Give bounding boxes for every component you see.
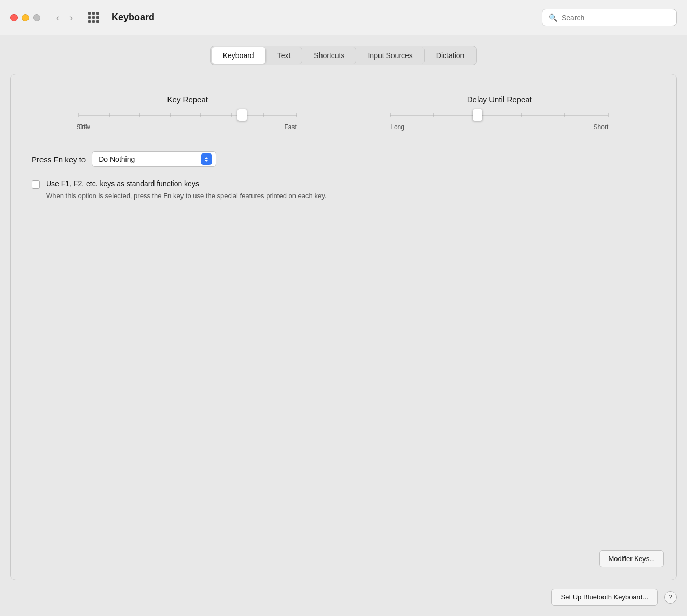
- delay-repeat-slider-container: Long Short: [390, 110, 608, 131]
- key-repeat-fast-label: Fast: [284, 123, 296, 131]
- key-repeat-track: [79, 110, 297, 120]
- traffic-lights: [10, 14, 40, 21]
- main-content: Keyboard Text Shortcuts Input Sources Di…: [0, 35, 687, 580]
- titlebar: ‹ › Keyboard 🔍: [0, 0, 687, 35]
- key-repeat-slow-label: Slow: [77, 123, 90, 131]
- fn-key-label: Press Fn key to: [32, 155, 86, 164]
- search-bar[interactable]: 🔍: [542, 9, 677, 26]
- close-button[interactable]: [10, 14, 18, 21]
- sliders-row: Key Repeat: [32, 95, 655, 131]
- tab-text[interactable]: Text: [266, 47, 303, 64]
- checkbox-description: When this option is selected, press the …: [46, 191, 326, 201]
- key-repeat-labels: Off Slow Fast: [79, 123, 297, 131]
- checkbox-main-label: Use F1, F2, etc. keys as standard functi…: [46, 179, 326, 188]
- delay-repeat-track: [390, 110, 608, 120]
- nav-buttons: ‹ ›: [53, 12, 76, 23]
- delay-repeat-labels: Long Short: [390, 123, 608, 131]
- fn-key-select[interactable]: Do Nothing Change Input Source Show Emoj…: [92, 151, 216, 167]
- tab-bar: Keyboard Text Shortcuts Input Sources Di…: [10, 46, 677, 65]
- modifier-keys-button[interactable]: Modifier Keys...: [599, 550, 664, 567]
- fn-key-select-wrapper: Do Nothing Change Input Source Show Emoj…: [92, 151, 216, 167]
- delay-long-label: Long: [390, 123, 404, 131]
- key-repeat-thumb: [237, 109, 247, 121]
- window-title: Keyboard: [111, 12, 534, 23]
- setup-bluetooth-button[interactable]: Set Up Bluetooth Keyboard...: [551, 589, 658, 606]
- tab-group: Keyboard Text Shortcuts Input Sources Di…: [210, 46, 478, 65]
- footer-row: Set Up Bluetooth Keyboard... ?: [0, 580, 687, 616]
- function-keys-checkbox[interactable]: [32, 180, 40, 189]
- key-repeat-label: Key Repeat: [167, 95, 208, 104]
- key-repeat-slider-container: Off Slow Fast: [79, 110, 297, 131]
- key-repeat-section: Key Repeat: [79, 95, 297, 131]
- maximize-button[interactable]: [33, 14, 40, 21]
- tab-shortcuts[interactable]: Shortcuts: [302, 47, 356, 64]
- checkbox-text-group: Use F1, F2, etc. keys as standard functi…: [46, 179, 326, 201]
- content-panel: Key Repeat: [10, 74, 677, 580]
- back-button[interactable]: ‹: [53, 12, 62, 23]
- fn-key-row: Press Fn key to Do Nothing Change Input …: [32, 151, 655, 167]
- delay-repeat-section: Delay Until Repeat Long: [390, 95, 608, 131]
- checkbox-section: Use F1, F2, etc. keys as standard functi…: [32, 179, 655, 201]
- tab-input-sources[interactable]: Input Sources: [356, 47, 424, 64]
- search-icon: 🔍: [549, 13, 557, 22]
- forward-button[interactable]: ›: [66, 12, 76, 23]
- delay-short-label: Short: [594, 123, 609, 131]
- search-input[interactable]: [562, 13, 670, 22]
- grid-icon[interactable]: [88, 12, 99, 23]
- delay-repeat-thumb: [473, 109, 482, 121]
- minimize-button[interactable]: [22, 14, 29, 21]
- tab-keyboard[interactable]: Keyboard: [212, 47, 266, 64]
- help-button[interactable]: ?: [664, 591, 677, 604]
- tab-dictation[interactable]: Dictation: [425, 47, 475, 64]
- delay-repeat-label: Delay Until Repeat: [467, 95, 532, 104]
